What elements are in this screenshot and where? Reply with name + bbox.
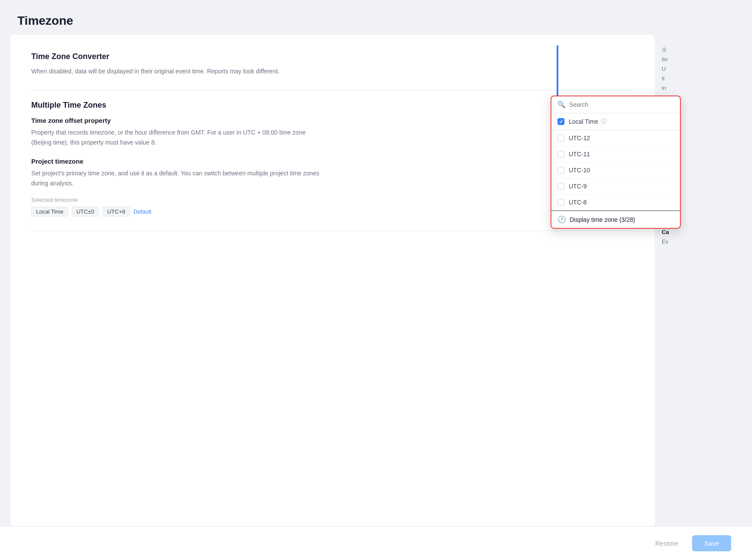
page-header: Timezone: [0, 0, 752, 35]
project-timezone-title: Project timezone: [31, 158, 634, 165]
selected-timezone-label: Selected timezone: [31, 197, 634, 203]
section-converter: Time Zone Converter When disabled, data …: [31, 52, 634, 76]
utc-10-label: UTC-10: [569, 167, 590, 174]
display-btn-row: 🕐 Display time zone (3/28): [551, 211, 680, 228]
divider-1: [31, 90, 634, 90]
offset-desc: Property that records timezone, or the h…: [31, 128, 327, 147]
save-button[interactable]: Save: [692, 535, 731, 551]
dropdown-item-utc-11[interactable]: UTC-11: [551, 146, 680, 162]
display-time-btn-label: Display time zone (3/28): [570, 216, 635, 223]
search-row[interactable]: 🔍: [551, 96, 680, 113]
checkbox-utc-12[interactable]: [557, 135, 564, 142]
tag-utc8: UTC+8: [102, 207, 130, 217]
checkbox-utc-9[interactable]: [557, 183, 564, 190]
tags-row: Local Time UTC±0 UTC+8 Default: [31, 207, 634, 217]
display-time-zone-button[interactable]: 🕐 Display time zone (3/28): [557, 215, 674, 224]
timezone-dropdown-popup: 🔍 Local Time ⓘ UTC-12: [551, 96, 681, 229]
converter-desc: When disabled, data will be displayed in…: [31, 66, 327, 76]
dropdown-item-utc-10[interactable]: UTC-10: [551, 162, 680, 178]
checkbox-utc-11[interactable]: [557, 151, 564, 158]
converter-title: Time Zone Converter: [31, 52, 634, 61]
utc-8-label: UTC-8: [569, 199, 587, 206]
project-timezone-desc: Set project's primary time zone, and use…: [31, 168, 327, 188]
checkbox-utc-10[interactable]: [557, 167, 564, 174]
utc-12-label: UTC-12: [569, 135, 590, 142]
main-panel: Time Zone Converter When disabled, data …: [10, 35, 655, 526]
section-multiple-zones: Multiple Time Zones Time zone offset pro…: [31, 101, 634, 217]
dropdown-item-utc-8[interactable]: UTC-8: [551, 194, 680, 211]
search-input[interactable]: [569, 101, 674, 108]
checkbox-utc-8[interactable]: [557, 199, 564, 206]
multiple-zones-title: Multiple Time Zones: [31, 101, 634, 110]
dropdown-item-utc-12[interactable]: UTC-12: [551, 130, 680, 146]
page-container: Timezone Time Zone Converter When disabl…: [0, 0, 752, 560]
offset-subsection: Time zone offset property Property that …: [31, 117, 634, 147]
utc-9-label: UTC-9: [569, 183, 587, 190]
footer-bar: Restore Save: [0, 526, 752, 560]
content-wrapper: Time Zone Converter When disabled, data …: [0, 35, 752, 526]
info-icon-local-time: ⓘ: [601, 118, 607, 125]
dropdown-item-local-time[interactable]: Local Time ⓘ: [551, 113, 680, 130]
restore-button[interactable]: Restore: [648, 536, 685, 550]
local-time-label: Local Time ⓘ: [569, 118, 607, 125]
page-title: Timezone: [17, 14, 735, 28]
search-icon: 🔍: [557, 101, 566, 109]
selected-timezone-section: Selected timezone Local Time UTC±0 UTC+8…: [31, 197, 634, 217]
project-timezone-subsection: Project timezone Set project's primary t…: [31, 158, 634, 188]
tag-local-time: Local Time: [31, 207, 68, 217]
checkbox-local-time[interactable]: [557, 118, 564, 125]
tag-utc0: UTC±0: [72, 207, 99, 217]
divider-2: [31, 231, 634, 231]
offset-title: Time zone offset property: [31, 117, 634, 124]
tag-default: Default: [134, 208, 152, 215]
utc-11-label: UTC-11: [569, 151, 590, 158]
dropdown-item-utc-9[interactable]: UTC-9: [551, 178, 680, 194]
clock-icon: 🕐: [557, 215, 566, 224]
